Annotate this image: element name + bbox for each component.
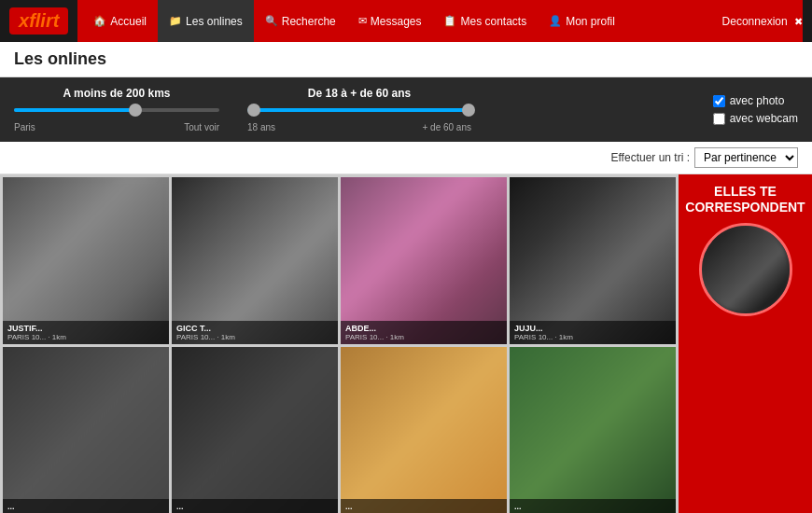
- nav-accueil[interactable]: 🏠 Accueil: [82, 0, 158, 42]
- card-info: PARIS 10... · 1km: [514, 333, 671, 341]
- nav-mes-contacts[interactable]: 📋 Mes contacts: [432, 0, 538, 42]
- deconnexion-label: Deconnexion: [722, 15, 788, 28]
- ad-profile-circle[interactable]: [699, 223, 792, 316]
- navigation: 🏠 Accueil 📁 Les onlines 🔍 Recherche ✉ Me…: [77, 0, 803, 42]
- card-name: GICC T...: [176, 324, 333, 333]
- age-thumb-left[interactable]: [247, 104, 260, 117]
- age-min-label: 18 ans: [247, 122, 275, 132]
- profile-avatar: [510, 177, 676, 344]
- nav-recherche[interactable]: 🔍 Recherche: [254, 0, 347, 42]
- profile-avatar: [341, 177, 507, 344]
- nav-les-onlines-label: Les onlines: [186, 15, 243, 28]
- profile-card[interactable]: ABDE... PARIS 10... · 1km: [341, 177, 507, 344]
- card-name: JUSTIF...: [7, 324, 164, 333]
- age-max-label: + de 60 ans: [422, 122, 471, 132]
- age-labels: 18 ans + de 60 ans: [247, 122, 471, 132]
- card-name: ...: [514, 502, 671, 511]
- envelope-icon: ✉: [358, 15, 367, 27]
- nav-mes-contacts-label: Mes contacts: [460, 15, 526, 28]
- deconnexion-icon: ✖: [794, 16, 803, 27]
- profile-avatar: [172, 177, 338, 344]
- nav-messages-label: Messages: [371, 15, 422, 28]
- folder-icon: 📁: [169, 15, 182, 27]
- profile-avatar: [3, 177, 169, 344]
- filter-checkboxes: avec photo avec webcam: [713, 94, 798, 125]
- distance-slider[interactable]: [14, 104, 219, 117]
- card-overlay: ...: [510, 499, 676, 513]
- card-name: ABDE...: [345, 324, 502, 333]
- age-thumb-right[interactable]: [462, 104, 475, 117]
- avec-photo-row: avec photo: [713, 94, 798, 107]
- filters-bar: A moins de 200 kms Paris Tout voir De 18…: [0, 77, 812, 142]
- profile-avatar: [3, 347, 169, 513]
- card-info: PARIS 10... · 1km: [176, 333, 333, 341]
- card-overlay: ...: [3, 499, 169, 513]
- avec-photo-label[interactable]: avec photo: [730, 94, 785, 107]
- profile-card[interactable]: ...: [510, 347, 676, 513]
- profile-avatar: [510, 347, 676, 513]
- profile-card[interactable]: JUSTIF... PARIS 10... · 1km: [3, 177, 169, 344]
- nav-mon-profil[interactable]: 👤 Mon profil: [538, 0, 626, 42]
- sort-bar: Effectuer un tri : Par pertinence Par ag…: [0, 142, 812, 174]
- nav-messages[interactable]: ✉ Messages: [347, 0, 433, 42]
- distance-thumb[interactable]: [129, 104, 142, 117]
- card-name: ...: [7, 502, 164, 511]
- distance-filter: A moins de 200 kms Paris Tout voir: [14, 87, 219, 132]
- profile-avatar: [341, 347, 507, 513]
- nav-les-onlines[interactable]: 📁 Les onlines: [158, 0, 254, 42]
- card-name: ...: [176, 502, 333, 511]
- age-slider[interactable]: [247, 104, 471, 117]
- main-content: JUSTIF... PARIS 10... · 1km GICC T... PA…: [0, 174, 812, 513]
- header: xflirt 🏠 Accueil 📁 Les onlines 🔍 Recherc…: [0, 0, 812, 42]
- nav-recherche-label: Recherche: [282, 15, 336, 28]
- card-name: ...: [345, 502, 502, 511]
- card-overlay: GICC T... PARIS 10... · 1km: [172, 321, 338, 344]
- card-overlay: ...: [341, 499, 507, 513]
- card-info: PARIS 10... · 1km: [7, 333, 164, 341]
- distance-fill: [14, 108, 137, 112]
- card-name: JUJU...: [514, 324, 671, 333]
- distance-max-label: Tout voir: [184, 122, 219, 132]
- distance-labels: Paris Tout voir: [14, 122, 219, 132]
- profile-card[interactable]: JUJU... PARIS 10... · 1km: [510, 177, 676, 344]
- card-overlay: JUSTIF... PARIS 10... · 1km: [3, 321, 169, 344]
- distance-track: [14, 108, 219, 112]
- profile-grid: JUSTIF... PARIS 10... · 1km GICC T... PA…: [0, 174, 679, 513]
- profile-card[interactable]: ...: [341, 347, 507, 513]
- ad-title: ELLES TE CORRESPONDENT: [685, 184, 805, 215]
- avec-photo-checkbox[interactable]: [713, 95, 725, 107]
- age-filter: De 18 à + de 60 ans 18 ans + de 60 ans: [247, 87, 471, 132]
- age-track: [247, 108, 471, 112]
- card-overlay: JUJU... PARIS 10... · 1km: [510, 321, 676, 344]
- distance-label: A moins de 200 kms: [14, 87, 219, 100]
- card-overlay: ABDE... PARIS 10... · 1km: [341, 321, 507, 344]
- age-fill: [247, 108, 471, 112]
- contacts-icon: 📋: [443, 15, 456, 27]
- profile-card[interactable]: ...: [172, 347, 338, 513]
- logo-text: flirt: [29, 10, 59, 31]
- profile-card[interactable]: GICC T... PARIS 10... · 1km: [172, 177, 338, 344]
- sidebar-ad[interactable]: ELLES TE CORRESPONDENT: [679, 174, 812, 513]
- ad-profile-image: [702, 226, 790, 313]
- page-title-bar: Les onlines: [0, 42, 812, 77]
- avec-webcam-label[interactable]: avec webcam: [730, 112, 798, 125]
- logo-x: x: [19, 10, 29, 31]
- avec-webcam-row: avec webcam: [713, 112, 798, 125]
- distance-min-label: Paris: [14, 122, 35, 132]
- avec-webcam-checkbox[interactable]: [713, 113, 725, 125]
- deconnexion-button[interactable]: Deconnexion ✖: [722, 15, 803, 28]
- age-label: De 18 à + de 60 ans: [247, 87, 471, 100]
- home-icon: 🏠: [93, 15, 106, 27]
- nav-mon-profil-label: Mon profil: [566, 15, 615, 28]
- search-icon: 🔍: [265, 15, 278, 27]
- nav-accueil-label: Accueil: [110, 15, 147, 28]
- card-info: PARIS 10... · 1km: [345, 333, 502, 341]
- sort-select[interactable]: Par pertinence Par age Par distance: [694, 147, 798, 168]
- profile-card[interactable]: ...: [3, 347, 169, 513]
- card-overlay: ...: [172, 499, 338, 513]
- profile-icon: 👤: [549, 15, 562, 27]
- profile-avatar: [172, 347, 338, 513]
- sort-label: Effectuer un tri :: [611, 151, 691, 164]
- page-title: Les onlines: [14, 49, 798, 69]
- logo[interactable]: xflirt: [9, 7, 68, 35]
